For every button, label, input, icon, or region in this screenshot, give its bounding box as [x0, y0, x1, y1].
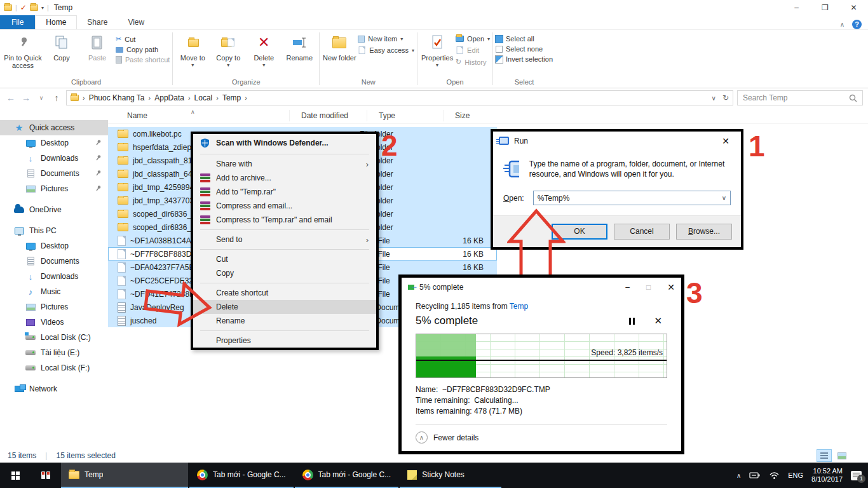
close-button[interactable]: ✕	[839, 0, 868, 15]
help-icon[interactable]: ?	[852, 20, 862, 29]
cut-button[interactable]: ✂Cut	[116, 35, 170, 43]
taskbar-button-chrome-1[interactable]: Tab mới - Google C...	[189, 463, 294, 488]
sidebar-item-pc-documents[interactable]: Documents	[0, 254, 108, 269]
start-button[interactable]	[0, 463, 31, 488]
copy-path-button[interactable]: Copy path	[116, 46, 170, 53]
new-item-button[interactable]: New item▾	[358, 35, 414, 43]
browse-button[interactable]: Browse...	[676, 224, 732, 240]
column-header-type[interactable]: Type	[367, 110, 443, 121]
copy-to-button[interactable]: Copy to▾	[211, 31, 245, 69]
breadcrumb-item-user[interactable]: Phuoc Khang Ta	[89, 93, 145, 102]
sidebar-item-pc-desktop[interactable]: Desktop	[0, 238, 108, 254]
taskbar-button-explorer[interactable]: Temp	[61, 463, 188, 488]
pin-to-quick-access-button[interactable]: Pin to Quick access	[3, 31, 43, 69]
sidebar-item-disk-e[interactable]: Tài liệu (E:)	[0, 345, 108, 360]
notification-center-icon[interactable]: 1	[851, 471, 862, 480]
copy-button[interactable]: Copy	[44, 31, 79, 62]
breadcrumb-item-appdata[interactable]: AppData	[154, 93, 184, 102]
pinned-app-button[interactable]	[31, 463, 61, 488]
forward-button[interactable]: →	[20, 93, 32, 103]
menu-item-add-to-temp-rar[interactable]: Add to "Temp.rar"	[193, 185, 376, 199]
progress-close-button[interactable]: ✕	[667, 282, 675, 292]
progress-maximize-button[interactable]: □	[646, 283, 651, 292]
menu-item-create-shortcut[interactable]: Create shortcut	[193, 286, 376, 300]
select-all-button[interactable]: Select all	[496, 35, 553, 43]
history-button[interactable]: ↻History	[456, 58, 490, 66]
battery-icon[interactable]	[749, 471, 761, 479]
details-view-toggle[interactable]	[817, 450, 831, 461]
thumbnails-view-toggle[interactable]	[835, 450, 849, 461]
properties-button[interactable]: Properties▾	[420, 31, 454, 69]
tab-file[interactable]: File	[0, 15, 35, 29]
properties-qat-icon[interactable]: ✓	[20, 3, 27, 12]
menu-item-properties[interactable]: Properties	[193, 334, 376, 348]
taskbar-button-chrome-2[interactable]: Tab mới - Google C...	[295, 463, 399, 488]
progress-minimize-button[interactable]: –	[625, 283, 630, 292]
paste-shortcut-button[interactable]: Paste shortcut	[116, 56, 170, 64]
temp-link[interactable]: Temp	[510, 302, 528, 311]
move-to-button[interactable]: ← Move to▾	[175, 31, 210, 69]
menu-item-add-to-archive[interactable]: Add to archive...	[193, 171, 376, 185]
tab-view[interactable]: View	[118, 16, 154, 29]
sidebar-item-quick-access[interactable]: ★Quick access	[0, 120, 108, 135]
taskbar-button-sticky-notes[interactable]: Sticky Notes	[400, 463, 501, 488]
rename-button[interactable]: Rename	[282, 31, 316, 62]
sidebar-item-documents[interactable]: Documents	[0, 166, 108, 181]
sidebar-item-onedrive[interactable]: OneDrive	[0, 202, 108, 217]
menu-item-copy[interactable]: Copy	[193, 266, 376, 280]
new-folder-button[interactable]: New folder	[322, 31, 356, 62]
edit-button[interactable]: Edit	[456, 45, 490, 55]
sidebar-item-pc-downloads[interactable]: ↓Downloads	[0, 269, 108, 284]
tab-share[interactable]: Share	[77, 16, 118, 29]
menu-item-delete[interactable]: Delete	[193, 300, 376, 314]
minimize-button[interactable]: –	[782, 0, 811, 15]
open-button[interactable]: Open▾	[456, 35, 490, 43]
sidebar-item-disk-f[interactable]: Local Disk (F:)	[0, 360, 108, 376]
tab-home[interactable]: Home	[35, 15, 77, 29]
restore-button[interactable]: ❐	[811, 0, 839, 15]
select-none-button[interactable]: Select none	[496, 45, 553, 53]
sidebar-item-disk-c[interactable]: Local Disk (C:)	[0, 330, 108, 345]
refresh-icon[interactable]: ↻	[722, 93, 729, 102]
sidebar-item-pictures[interactable]: Pictures	[0, 181, 108, 196]
column-header-size[interactable]: Size	[443, 110, 497, 121]
fewer-details-button[interactable]: ∧ Fewer details	[402, 425, 681, 451]
search-input[interactable]: Search Temp	[737, 90, 863, 105]
breadcrumb-item-local[interactable]: Local	[194, 93, 213, 102]
run-close-button[interactable]: ✕	[716, 136, 735, 146]
menu-item-compress-email[interactable]: Compress and email...	[193, 199, 376, 213]
sidebar-item-videos[interactable]: Videos	[0, 315, 108, 330]
breadcrumb[interactable]: › Phuoc Khang Ta › AppData › Local › Tem…	[66, 90, 733, 105]
easy-access-button[interactable]: Easy access▾	[358, 45, 414, 55]
address-dropdown-chevron-icon[interactable]: ∨	[712, 95, 716, 102]
sidebar-item-desktop[interactable]: Desktop	[0, 135, 108, 151]
invert-selection-button[interactable]: Invert selection	[496, 55, 553, 63]
sidebar-item-this-pc[interactable]: This PC	[0, 223, 108, 238]
combobox-dropdown-icon[interactable]: ∨	[722, 194, 726, 201]
menu-item-cut[interactable]: Cut	[193, 252, 376, 266]
breadcrumb-item-temp[interactable]: Temp	[222, 93, 241, 102]
stop-button[interactable]: ✕	[654, 315, 662, 327]
column-header-name[interactable]: Name	[116, 110, 289, 121]
menu-item-compress-temp-rar-email[interactable]: Compress to "Temp.rar" and email	[193, 213, 376, 227]
ribbon-collapse-icon[interactable]: ∧	[840, 21, 844, 28]
clock[interactable]: 10:52 AM8/10/2017	[811, 467, 843, 484]
folder-qat-icon[interactable]	[30, 4, 38, 11]
cancel-button[interactable]: Cancel	[614, 224, 670, 240]
sidebar-item-music[interactable]: ♪Music	[0, 284, 108, 299]
menu-item-rename[interactable]: Rename	[193, 314, 376, 328]
up-button[interactable]: ↑	[51, 93, 62, 103]
menu-item-scan-defender[interactable]: Scan with Windows Defender...	[193, 134, 376, 151]
menu-item-share-with[interactable]: Share with›	[193, 157, 376, 171]
recent-locations-chevron-icon[interactable]: ∨	[36, 95, 47, 101]
delete-button[interactable]: ✕ Delete▾	[247, 31, 281, 69]
sidebar-item-pc-pictures[interactable]: Pictures	[0, 299, 108, 315]
column-header-date[interactable]: Date modified	[289, 110, 367, 121]
paste-button[interactable]: Paste	[80, 31, 114, 62]
pause-button[interactable]	[629, 318, 635, 325]
qat-customize-chevron-icon[interactable]: ▾	[41, 5, 44, 11]
run-open-combobox[interactable]: %Temp% ∨	[533, 191, 731, 205]
tray-expand-chevron-icon[interactable]: ∧	[736, 472, 741, 479]
back-button[interactable]: ←	[5, 93, 17, 103]
sidebar-item-downloads[interactable]: ↓Downloads	[0, 151, 108, 166]
